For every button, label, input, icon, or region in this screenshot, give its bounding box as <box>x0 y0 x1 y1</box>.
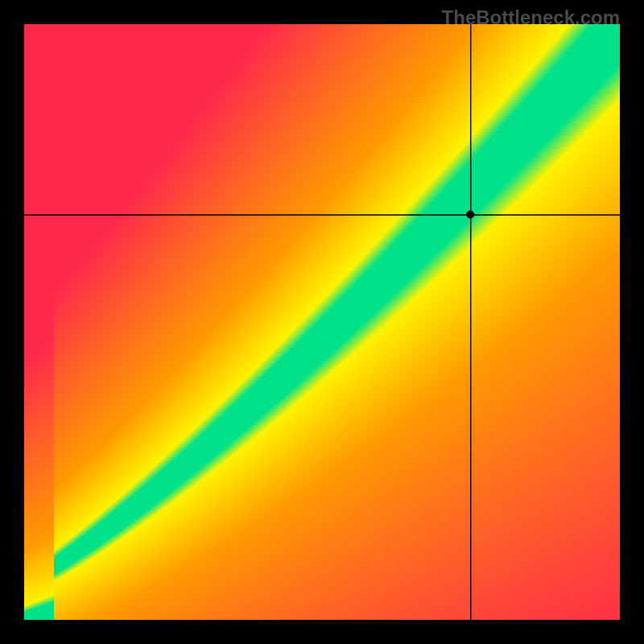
chart-container: TheBottleneck.com <box>0 0 644 644</box>
heatmap-canvas <box>24 24 620 620</box>
watermark-text: TheBottleneck.com <box>442 6 620 29</box>
heatmap-chart <box>24 24 620 620</box>
